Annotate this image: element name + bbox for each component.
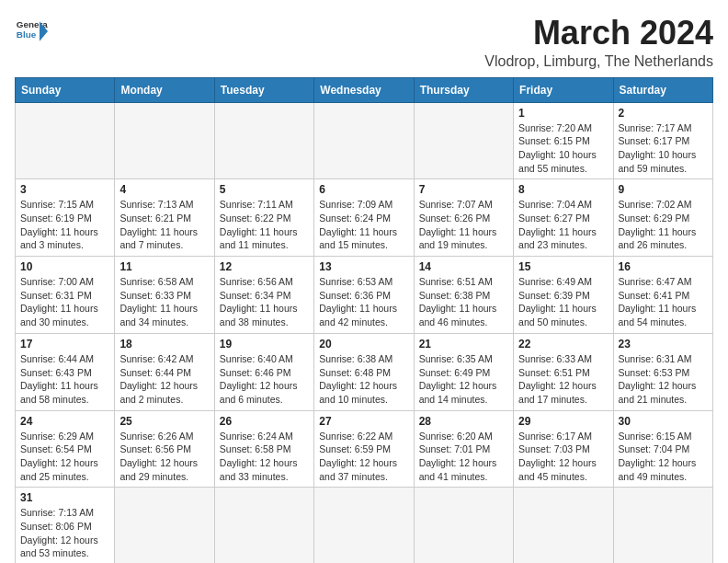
day-number: 28	[419, 415, 508, 428]
day-number: 17	[20, 338, 109, 350]
month-title: March 2024	[484, 15, 713, 52]
day-info: Sunrise: 6:29 AM Sunset: 6:54 PM Dayligh…	[20, 430, 109, 484]
calendar-cell: 26Sunrise: 6:24 AM Sunset: 6:58 PM Dayli…	[214, 410, 313, 488]
calendar-week-row: 1Sunrise: 7:20 AM Sunset: 6:15 PM Daylig…	[16, 102, 713, 179]
calendar-cell	[214, 102, 313, 179]
day-info: Sunrise: 6:42 AM Sunset: 6:44 PM Dayligh…	[119, 352, 209, 407]
calendar-cell	[16, 102, 115, 179]
calendar-cell	[414, 102, 513, 179]
calendar-cell: 5Sunrise: 7:11 AM Sunset: 6:22 PM Daylig…	[214, 179, 313, 257]
calendar-cell: 16Sunrise: 6:47 AM Sunset: 6:41 PM Dayli…	[613, 257, 712, 334]
calendar-cell: 20Sunrise: 6:38 AM Sunset: 6:48 PM Dayli…	[314, 333, 414, 410]
day-info: Sunrise: 7:13 AM Sunset: 6:21 PM Dayligh…	[119, 198, 209, 252]
calendar-cell: 14Sunrise: 6:51 AM Sunset: 6:38 PM Dayli…	[414, 257, 513, 334]
day-info: Sunrise: 6:53 AM Sunset: 6:36 PM Dayligh…	[319, 275, 408, 329]
day-number: 2	[619, 107, 708, 120]
calendar-cell: 31Sunrise: 7:13 AM Sunset: 8:06 PM Dayli…	[16, 488, 115, 563]
logo: General Blue	[15, 15, 48, 48]
day-number: 24	[20, 415, 109, 428]
day-info: Sunrise: 6:22 AM Sunset: 6:59 PM Dayligh…	[319, 430, 408, 484]
weekday-header: Thursday	[414, 77, 513, 102]
day-number: 5	[220, 183, 309, 196]
day-info: Sunrise: 6:51 AM Sunset: 6:38 PM Dayligh…	[419, 275, 508, 329]
calendar-cell: 15Sunrise: 6:49 AM Sunset: 6:39 PM Dayli…	[514, 257, 613, 334]
calendar-cell	[115, 488, 214, 563]
calendar-cell: 13Sunrise: 6:53 AM Sunset: 6:36 PM Dayli…	[314, 257, 414, 334]
day-info: Sunrise: 6:26 AM Sunset: 6:56 PM Dayligh…	[119, 430, 209, 484]
day-info: Sunrise: 6:38 AM Sunset: 6:48 PM Dayligh…	[319, 352, 408, 407]
weekday-header: Saturday	[613, 77, 712, 102]
day-number: 30	[619, 415, 708, 428]
calendar-cell: 6Sunrise: 7:09 AM Sunset: 6:24 PM Daylig…	[314, 179, 414, 257]
weekday-header: Wednesday	[314, 77, 414, 102]
day-number: 20	[319, 338, 408, 350]
day-info: Sunrise: 6:40 AM Sunset: 6:46 PM Dayligh…	[220, 352, 309, 407]
day-info: Sunrise: 7:00 AM Sunset: 6:31 PM Dayligh…	[20, 275, 109, 329]
day-number: 21	[419, 338, 508, 350]
day-number: 10	[20, 260, 109, 273]
day-info: Sunrise: 6:20 AM Sunset: 7:01 PM Dayligh…	[419, 430, 508, 484]
calendar-cell: 19Sunrise: 6:40 AM Sunset: 6:46 PM Dayli…	[214, 333, 313, 410]
day-number: 22	[518, 338, 608, 350]
day-number: 18	[119, 338, 209, 350]
calendar-week-row: 10Sunrise: 7:00 AM Sunset: 6:31 PM Dayli…	[16, 257, 713, 334]
svg-text:Blue: Blue	[17, 29, 37, 40]
calendar-cell	[314, 102, 414, 179]
day-info: Sunrise: 6:24 AM Sunset: 6:58 PM Dayligh…	[220, 430, 309, 484]
calendar-cell: 12Sunrise: 6:56 AM Sunset: 6:34 PM Dayli…	[214, 257, 313, 334]
day-number: 15	[518, 260, 608, 273]
day-info: Sunrise: 7:07 AM Sunset: 6:26 PM Dayligh…	[419, 198, 508, 252]
day-info: Sunrise: 6:49 AM Sunset: 6:39 PM Dayligh…	[518, 275, 608, 329]
day-number: 19	[220, 338, 309, 350]
calendar-cell: 27Sunrise: 6:22 AM Sunset: 6:59 PM Dayli…	[314, 410, 414, 488]
day-info: Sunrise: 7:20 AM Sunset: 6:15 PM Dayligh…	[518, 121, 608, 176]
calendar-cell: 28Sunrise: 6:20 AM Sunset: 7:01 PM Dayli…	[414, 410, 513, 488]
day-number: 4	[119, 183, 209, 196]
day-number: 23	[619, 338, 708, 350]
day-number: 16	[619, 260, 708, 273]
day-info: Sunrise: 7:09 AM Sunset: 6:24 PM Dayligh…	[319, 198, 408, 252]
location-title: Vlodrop, Limburg, The Netherlands	[484, 53, 713, 70]
calendar-week-row: 17Sunrise: 6:44 AM Sunset: 6:43 PM Dayli…	[16, 333, 713, 410]
page-header: General Blue March 2024 Vlodrop, Limburg…	[15, 15, 713, 70]
calendar-cell: 29Sunrise: 6:17 AM Sunset: 7:03 PM Dayli…	[514, 410, 613, 488]
day-number: 25	[119, 415, 209, 428]
calendar-cell: 30Sunrise: 6:15 AM Sunset: 7:04 PM Dayli…	[613, 410, 712, 488]
weekday-header: Sunday	[16, 77, 115, 102]
calendar-cell: 8Sunrise: 7:04 AM Sunset: 6:27 PM Daylig…	[514, 179, 613, 257]
calendar-cell: 4Sunrise: 7:13 AM Sunset: 6:21 PM Daylig…	[115, 179, 214, 257]
calendar-cell: 23Sunrise: 6:31 AM Sunset: 6:53 PM Dayli…	[613, 333, 712, 410]
logo-icon: General Blue	[15, 15, 48, 48]
calendar-cell	[613, 488, 712, 563]
calendar-cell: 10Sunrise: 7:00 AM Sunset: 6:31 PM Dayli…	[16, 257, 115, 334]
day-info: Sunrise: 6:58 AM Sunset: 6:33 PM Dayligh…	[119, 275, 209, 329]
day-number: 8	[518, 183, 608, 196]
day-info: Sunrise: 6:47 AM Sunset: 6:41 PM Dayligh…	[619, 275, 708, 329]
calendar-cell	[115, 102, 214, 179]
calendar-cell	[314, 488, 414, 563]
day-number: 31	[20, 491, 109, 504]
day-number: 7	[419, 183, 508, 196]
calendar-cell: 24Sunrise: 6:29 AM Sunset: 6:54 PM Dayli…	[16, 410, 115, 488]
calendar-cell: 1Sunrise: 7:20 AM Sunset: 6:15 PM Daylig…	[514, 102, 613, 179]
calendar-week-row: 3Sunrise: 7:15 AM Sunset: 6:19 PM Daylig…	[16, 179, 713, 257]
calendar-table: SundayMondayTuesdayWednesdayThursdayFrid…	[15, 77, 713, 563]
day-number: 27	[319, 415, 408, 428]
weekday-header: Friday	[514, 77, 613, 102]
day-info: Sunrise: 7:13 AM Sunset: 8:06 PM Dayligh…	[20, 506, 109, 560]
weekday-header: Tuesday	[214, 77, 313, 102]
calendar-cell: 17Sunrise: 6:44 AM Sunset: 6:43 PM Dayli…	[16, 333, 115, 410]
calendar-cell: 21Sunrise: 6:35 AM Sunset: 6:49 PM Dayli…	[414, 333, 513, 410]
day-info: Sunrise: 7:11 AM Sunset: 6:22 PM Dayligh…	[220, 198, 309, 252]
day-number: 29	[518, 415, 608, 428]
calendar-cell: 7Sunrise: 7:07 AM Sunset: 6:26 PM Daylig…	[414, 179, 513, 257]
calendar-cell: 18Sunrise: 6:42 AM Sunset: 6:44 PM Dayli…	[115, 333, 214, 410]
title-section: March 2024 Vlodrop, Limburg, The Netherl…	[484, 15, 713, 70]
calendar-cell: 11Sunrise: 6:58 AM Sunset: 6:33 PM Dayli…	[115, 257, 214, 334]
day-info: Sunrise: 7:17 AM Sunset: 6:17 PM Dayligh…	[619, 121, 708, 176]
day-info: Sunrise: 6:56 AM Sunset: 6:34 PM Dayligh…	[220, 275, 309, 329]
weekday-header: Monday	[115, 77, 214, 102]
day-info: Sunrise: 7:04 AM Sunset: 6:27 PM Dayligh…	[518, 198, 608, 252]
day-info: Sunrise: 6:35 AM Sunset: 6:49 PM Dayligh…	[419, 352, 508, 407]
day-number: 3	[20, 183, 109, 196]
